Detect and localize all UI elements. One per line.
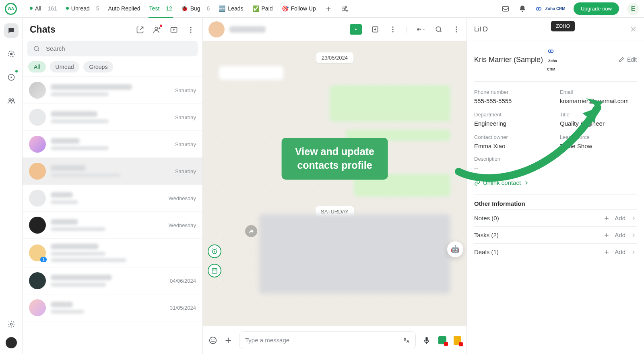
chip-groups[interactable]: Groups xyxy=(83,61,113,72)
chat-list-panel: Chats All Unread Groups Saturday Saturda… xyxy=(23,18,203,354)
chat-row[interactable]: Saturday xyxy=(23,158,202,185)
tab-leads[interactable]: 🆕Leads xyxy=(218,0,244,18)
crm-description: -- xyxy=(474,164,637,171)
new-group-icon[interactable] xyxy=(169,25,178,34)
svg-point-30 xyxy=(214,339,215,340)
message-input[interactable]: Type a message xyxy=(239,331,416,349)
tab-bug[interactable]: 🐞Bug 6 xyxy=(180,0,211,18)
quick-action-2-icon[interactable] xyxy=(454,336,461,345)
svg-point-2 xyxy=(346,10,347,11)
msg-bubble xyxy=(330,85,450,122)
quick-action-1-icon[interactable] xyxy=(438,336,446,344)
conv-contact-name xyxy=(229,26,266,33)
conv-search-icon[interactable] xyxy=(434,25,443,34)
chat-row[interactable]: 1 xyxy=(23,239,202,267)
svg-rect-31 xyxy=(425,337,428,341)
emoji-icon[interactable] xyxy=(208,336,217,345)
inbox-icon[interactable] xyxy=(501,4,510,13)
schedule-alarm-icon[interactable] xyxy=(208,244,221,258)
svg-point-24 xyxy=(456,29,457,30)
unlink-contact-link[interactable]: Unlink contact xyxy=(474,179,637,186)
close-icon[interactable]: ✕ xyxy=(630,25,637,34)
svg-point-7 xyxy=(10,77,12,78)
zoho-tooltip: ZOHO xyxy=(551,21,575,31)
crm-contact-name: Kris Marrier (Sample) xyxy=(474,56,543,64)
attach-icon[interactable] xyxy=(224,336,233,345)
rail-profile-avatar[interactable] xyxy=(6,337,17,348)
crm-tasks-row[interactable]: Tasks (2) Add xyxy=(474,226,637,243)
crm-notes-row[interactable]: Notes (0) Add xyxy=(474,209,637,226)
svg-point-15 xyxy=(190,31,191,33)
conv-avatar[interactable] xyxy=(208,21,225,37)
svg-point-20 xyxy=(392,31,393,32)
upgrade-button[interactable]: Upgrade now xyxy=(574,2,619,15)
app-logo[interactable]: WA xyxy=(5,3,17,15)
rail-channels-icon[interactable] xyxy=(4,70,19,85)
svg-point-5 xyxy=(10,53,12,55)
chevron-right-icon xyxy=(630,249,637,255)
new-chat-icon[interactable] xyxy=(136,25,144,34)
video-call-icon[interactable] xyxy=(417,25,425,34)
chat-row[interactable]: Wednesday xyxy=(23,185,202,212)
chats-title: Chats xyxy=(30,24,56,35)
tab-unread[interactable]: Unread 5 xyxy=(65,0,100,18)
chat-row[interactable]: Wednesday xyxy=(23,212,202,239)
crm-panel-title: Lil D xyxy=(474,25,488,33)
crm-panel: Lil D ✕ Kris Marrier (Sample) ZohoCRM Ed… xyxy=(467,18,644,354)
more-icon[interactable] xyxy=(186,25,195,34)
tab-paid[interactable]: ✅Paid xyxy=(252,0,274,18)
message-composer: Type a message xyxy=(203,326,466,354)
user-avatar[interactable]: E xyxy=(627,3,639,15)
main-layout: Chats All Unread Groups Saturday Saturda… xyxy=(0,18,644,354)
svg-point-8 xyxy=(9,99,11,101)
folder-add-icon[interactable] xyxy=(350,24,362,35)
bot-fab-icon[interactable]: 🤖 xyxy=(447,241,463,257)
chip-unread[interactable]: Unread xyxy=(50,61,80,72)
chat-row[interactable]: 31/05/2024 xyxy=(23,294,202,321)
zoho-crm-icon[interactable]: Zoho CRM xyxy=(535,4,566,13)
crm-fields: Phone number555-555-5555 Emailkrismarrie… xyxy=(474,81,637,149)
tab-test[interactable]: Test 12 xyxy=(149,0,173,18)
pencil-icon xyxy=(618,56,625,63)
top-bar: WA All 161 Unread 5 Auto Replied Test 12… xyxy=(0,0,644,18)
chat-list: Saturday Saturday Saturday Saturday Wedn… xyxy=(23,77,202,354)
other-info-heading: Other Information xyxy=(474,200,637,207)
search-input[interactable] xyxy=(45,45,192,52)
download-icon[interactable] xyxy=(371,25,380,34)
chat-row[interactable]: Saturday xyxy=(23,131,202,158)
rail-contacts-icon[interactable] xyxy=(4,93,19,108)
rail-settings-icon[interactable] xyxy=(4,317,19,331)
crm-deals-row[interactable]: Deals (1) Add xyxy=(474,243,637,260)
chat-row[interactable]: Saturday xyxy=(23,104,202,131)
header-more-icon[interactable] xyxy=(388,25,397,34)
tab-autoreplied[interactable]: Auto Replied xyxy=(107,0,141,18)
tab-followup[interactable]: 🎯Follow Up xyxy=(281,0,317,18)
rail-status-icon[interactable] xyxy=(4,47,19,61)
svg-point-23 xyxy=(456,26,457,27)
conv-more-icon[interactable] xyxy=(452,25,461,34)
edit-button[interactable]: Edit xyxy=(618,56,637,63)
tab-settings-icon[interactable] xyxy=(340,4,349,13)
forward-icon[interactable] xyxy=(245,225,257,237)
chevron-right-icon xyxy=(630,232,637,238)
bell-icon[interactable] xyxy=(518,4,527,13)
add-tab-icon[interactable] xyxy=(324,4,333,13)
chat-row[interactable]: Saturday xyxy=(23,77,202,104)
svg-point-19 xyxy=(392,29,393,30)
svg-point-11 xyxy=(155,27,158,30)
date-separator: 23/05/2024 xyxy=(316,52,353,63)
mic-icon[interactable] xyxy=(422,336,431,345)
svg-point-1 xyxy=(344,8,345,9)
rail-chats-icon[interactable] xyxy=(4,23,19,38)
svg-point-25 xyxy=(456,31,457,32)
tab-all[interactable]: All 161 xyxy=(29,0,58,18)
msg-bubble xyxy=(219,66,283,80)
chat-search[interactable] xyxy=(27,41,198,56)
svg-point-13 xyxy=(190,27,191,28)
conversation-panel: | 23/05/2024 View and update contacts pr… xyxy=(203,18,467,354)
chip-all[interactable]: All xyxy=(28,61,46,72)
chat-row[interactable]: 04/06/2024 xyxy=(23,267,202,294)
add-contact-icon[interactable] xyxy=(153,25,161,34)
schedule-calendar-icon[interactable] xyxy=(208,264,221,277)
translate-icon[interactable] xyxy=(402,337,410,344)
